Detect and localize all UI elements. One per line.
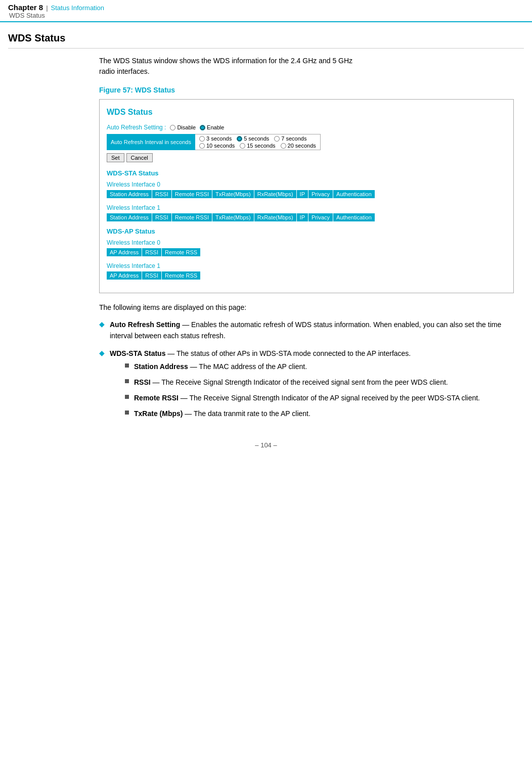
sta-iface1-header: Station Address RSSI Remote RSSI TxRate(… [107,213,506,221]
figure-label: Figure 57: WDS Status [99,86,524,94]
th-station-address: Station Address [107,190,152,198]
diamond-icon-2: ◆ [99,349,105,357]
th-rssi: RSSI [152,190,172,198]
auto-refresh-label: Auto Refresh Setting : [107,124,166,131]
interval-options-row2: 10 seconds 15 seconds 20 seconds [199,143,316,149]
th1-privacy: Privacy [308,213,333,221]
radio-disable-wrapper: Disable [170,124,196,130]
enable-radio[interactable] [200,125,205,130]
desc-station-address: — The MAC address of the AP client. [190,362,307,371]
square-icon-1 [125,363,129,368]
ap-iface0-label: Wireless Interface 0 [107,239,506,246]
th-ip: IP [297,190,308,198]
th1-ip: IP [297,213,308,221]
term-txrate: TxRate (Mbps) [134,409,183,418]
desc-txrate: — The data tranmit rate to the AP client… [185,409,311,418]
sub-bullets: Station Address — The MAC address of the… [110,361,480,419]
sta-iface1-label: Wireless Interface 1 [107,204,506,211]
th-ap-rssi: RSSI [142,248,162,256]
intro-text: The WDS Status window shows the WDS info… [99,56,524,77]
sub-content-remote-rssi: Remote RSSI — The Receive Signal Strengt… [134,393,480,403]
interval-row: Auto Refresh Interval in seconds 3 secon… [107,134,506,150]
th1-txrate: TxRate(Mbps) [212,213,254,221]
bullet-auto-refresh: ◆ Auto Refresh Setting — Enables the aut… [99,319,514,341]
desc-intro: The following items are displayed on thi… [99,303,514,311]
term-wds-sta: WDS-STA Status [110,349,165,357]
set-button[interactable]: Set [107,153,124,162]
interval-label-box: Auto Refresh Interval in seconds [107,134,195,150]
page-number: – 104 – [8,431,524,449]
sta-iface0-header: Station Address RSSI Remote RSSI TxRate(… [107,190,506,198]
bullet-auto-refresh-content: Auto Refresh Setting — Enables the autom… [110,319,514,341]
term-remote-rssi: Remote RSSI [134,394,179,402]
option-10s[interactable]: 10 seconds [199,143,235,149]
th-ap-remote-rss: Remote RSS [162,248,200,256]
ap-iface1-header: AP Address RSSI Remote RSS [107,271,506,280]
th-rxrate: RxRate(Mbps) [254,190,297,198]
screenshot-box: WDS Status Auto Refresh Setting : Disabl… [99,99,514,293]
radio-7s[interactable] [274,136,280,142]
descriptions: The following items are displayed on thi… [99,303,514,424]
option-15s[interactable]: 15 seconds [240,143,275,149]
interval-options: 3 seconds 5 seconds 7 seconds 10 seconds [195,134,321,150]
radio-20s[interactable] [281,143,286,149]
th-ap1-remote-rss: Remote RSS [162,271,200,280]
sub-breadcrumb: WDS Status [8,12,524,19]
ap-iface0-header: AP Address RSSI Remote RSS [107,248,506,256]
sub-content-rssi: RSSI — The Receive Signal Strength Indic… [134,377,448,388]
radio-enable-wrapper: Enable [200,124,224,130]
th-txrate: TxRate(Mbps) [212,190,254,198]
diamond-icon-1: ◆ [99,320,105,328]
th-ap-address: AP Address [107,248,142,256]
disable-radio[interactable] [170,125,175,130]
sub-bullet-txrate: TxRate (Mbps) — The data tranmit rate to… [125,408,480,419]
sub-bullet-rssi: RSSI — The Receive Signal Strength Indic… [125,377,480,388]
header: Chapter 8 | Status Information WDS Statu… [0,0,532,22]
th1-rxrate: RxRate(Mbps) [254,213,297,221]
sub-content-txrate: TxRate (Mbps) — The data tranmit rate to… [134,408,311,419]
th1-station-address: Station Address [107,213,152,221]
section-label: Status Information [51,4,105,12]
bullet-wds-sta-content: WDS-STA Status — The status of other APs… [110,348,480,424]
th1-auth: Authentication [333,213,375,221]
term-auto-refresh: Auto Refresh Setting [110,321,180,329]
th-ap1-address: AP Address [107,271,142,280]
radio-10s[interactable] [199,143,205,149]
sta-iface0-label: Wireless Interface 0 [107,181,506,188]
th-auth: Authentication [333,190,375,198]
main-content: WDS Status The WDS Status window shows t… [0,22,532,464]
th1-rssi: RSSI [152,213,172,221]
cancel-button[interactable]: Cancel [126,153,153,162]
radio-3s[interactable] [199,136,205,142]
separator: | [46,4,48,12]
term-station-address: Station Address [134,362,188,371]
square-icon-4 [125,410,129,415]
th-remote-rssi: Remote RSSI [172,190,212,198]
square-icon-2 [125,379,129,383]
wds-ap-title: WDS-AP Status [107,227,506,235]
option-5s[interactable]: 5 seconds [237,135,269,142]
option-3s[interactable]: 3 seconds [199,135,232,142]
square-icon-3 [125,395,129,399]
option-20s[interactable]: 20 seconds [281,143,316,149]
th1-remote-rssi: Remote RSSI [172,213,212,221]
term-rssi: RSSI [134,378,151,386]
ap-iface1-label: Wireless Interface 1 [107,262,506,269]
desc-wds-sta: — The status of other APs in WDS-STA mod… [167,349,411,357]
enable-label: Enable [207,124,224,130]
interval-options-row1: 3 seconds 5 seconds 7 seconds [199,135,316,142]
sub-bullet-station-address: Station Address — The MAC address of the… [125,361,480,372]
th-privacy: Privacy [308,190,333,198]
desc-remote-rssi: — The Receive Signal Strength Indicator … [181,394,480,402]
desc-rssi: — The Receive Signal Strength Indicator … [153,378,448,386]
chapter-label: Chapter 8 [8,3,43,12]
option-7s[interactable]: 7 seconds [274,135,306,142]
th-ap1-rssi: RSSI [142,271,162,280]
radio-5s[interactable] [237,136,242,142]
sub-bullet-remote-rssi: Remote RSSI — The Receive Signal Strengt… [125,393,480,403]
btn-row: Set Cancel [107,153,506,162]
disable-label: Disable [177,124,196,130]
radio-15s[interactable] [240,143,245,149]
page-title: WDS Status [8,32,524,49]
wds-status-title: WDS Status [107,108,506,117]
